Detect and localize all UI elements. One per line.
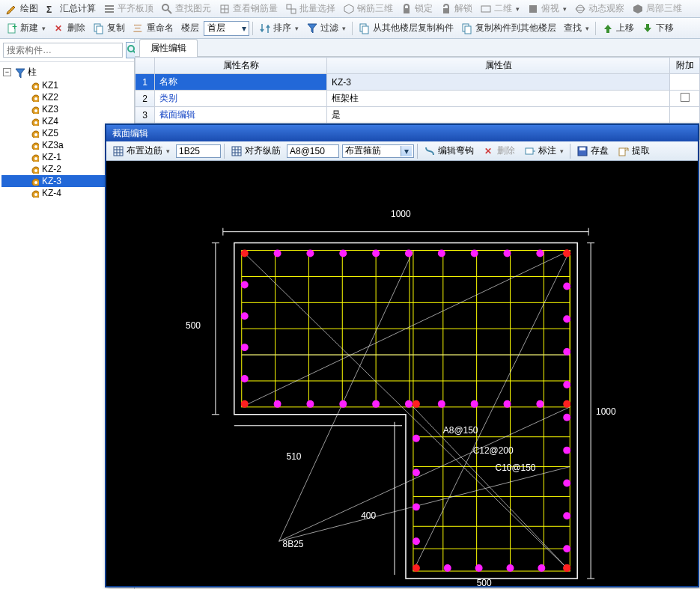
svg-point-66 [241,250,249,257]
rename-btn[interactable]: 重命名 [130,20,177,36]
toolbar-secondary: 新建▾ 删除 复制 重命名 楼层 首层 排序▾ 过滤▾ 从其他楼层复制构件 复制… [0,18,700,39]
view-rebar-btn[interactable]: 查看钢筋量 [216,1,281,16]
tree-item-label: KZ1 [42,80,58,91]
floor-select[interactable]: 首层 [204,21,249,36]
tree-item-label: KZ2 [42,92,58,103]
unlock-btn[interactable]: 解锁 [437,1,475,16]
col-name-header: 属性名称 [155,58,327,74]
prop-row[interactable]: 1名称KZ-3 [136,74,700,91]
prop-row[interactable]: 2类别框架柱 [136,91,700,107]
svg-point-109 [413,435,420,442]
extract-btn[interactable]: 提取 [615,143,653,159]
col-num-header [136,58,155,74]
gear-icon [30,105,39,114]
stirrup-input[interactable] [287,144,339,158]
attach-checkbox[interactable] [681,93,690,102]
edit-hook-btn[interactable]: 编辑弯钩 [421,143,477,159]
search-input[interactable] [3,43,123,58]
collapse-icon[interactable]: − [3,68,11,76]
svg-point-83 [274,400,281,408]
svg-point-96 [563,282,570,290]
rebar-3d-btn[interactable]: 钢筋三维 [340,1,396,16]
filter-btn[interactable]: 过滤▾ [303,20,349,36]
tab-property-edit[interactable]: 属性编辑 [139,39,198,57]
svg-text:1000: 1000 [596,406,616,417]
svg-point-108 [538,564,545,572]
col-value-header: 属性值 [327,58,670,74]
copy-to-floor-btn[interactable]: 复制构件到其他楼层 [458,20,559,36]
move-up-btn[interactable]: 上移 [599,20,637,36]
batch-select-btn[interactable]: 批量选择 [282,1,338,16]
copy-from-floor-btn[interactable]: 从其他楼层复制构件 [356,20,457,36]
gear-icon [30,141,39,150]
draw-btn[interactable]: 绘图 [3,1,41,16]
annotate-btn[interactable]: 标注▾ [521,143,567,159]
gear-icon [30,165,39,174]
svg-point-103 [563,512,570,519]
svg-point-93 [241,312,249,320]
sum-btn[interactable]: 汇总计算 [43,1,99,16]
svg-line-64 [413,407,570,571]
gear-icon [30,177,39,186]
svg-text:1000: 1000 [391,209,411,219]
svg-line-62 [279,251,413,542]
new-btn[interactable]: 新建▾ [3,20,49,36]
local-3d-btn[interactable]: 局部三维 [629,1,685,16]
tree-item-label: KZ-3 [42,176,61,186]
move-down-btn[interactable]: 下移 [639,20,677,36]
tree-item-kz3[interactable]: KZ3 [1,103,133,115]
top-view-btn[interactable]: 俯视▾ [524,1,570,16]
svg-point-98 [563,348,570,355]
tree-item-label: KZ5 [42,128,58,138]
svg-point-99 [563,381,570,388]
tree-item-kz1[interactable]: KZ1 [1,79,133,91]
save-btn[interactable]: 存盘 [573,143,612,159]
svg-point-79 [438,250,445,257]
svg-point-95 [241,375,249,382]
edge-rebar-btn[interactable]: 布置边筋▾ [109,143,173,159]
svg-point-78 [405,250,413,257]
gear-icon [30,117,39,126]
svg-point-111 [413,503,420,510]
svg-text:500: 500 [477,578,492,586]
2d-btn[interactable]: 二维▾ [477,1,523,16]
section-editor-title: 截面编辑 [106,125,698,141]
find-elem-btn[interactable]: 查找图元 [158,1,214,16]
find-btn[interactable]: 查找▾ [561,20,592,36]
section-toolbar: 布置边筋▾ 对齐纵筋 布置箍筋 编辑弯钩 删除 标注▾ 存盘 提取 [106,141,698,161]
svg-point-80 [471,250,478,257]
align-top-btn[interactable]: 平齐板顶 [100,1,156,16]
svg-point-100 [563,414,570,421]
orbit-btn[interactable]: 动态观察 [571,1,627,16]
lock-btn[interactable]: 锁定 [398,1,436,16]
tree-item-label: KZ-4 [42,188,61,198]
svg-point-106 [475,564,483,572]
svg-line-61 [279,407,570,541]
svg-point-112 [413,537,420,545]
svg-point-107 [507,564,514,572]
svg-point-76 [339,250,347,257]
svg-point-91 [536,400,544,408]
align-long-btn[interactable]: 对齐纵筋 [228,143,284,159]
section-canvas[interactable]: 1000 500 1000 510 400 500 A8@150 C12@200… [106,161,698,586]
edge-rebar-input[interactable] [176,144,221,158]
svg-point-104 [563,545,570,552]
svg-point-101 [563,447,570,454]
tree-item-kz2[interactable]: KZ2 [1,91,133,103]
tree-root-column[interactable]: − 柱 [1,65,133,79]
floor-btn[interactable]: 楼层 [178,20,202,36]
toolbar-main: 绘图汇总计算平齐板顶查找图元查看钢筋量批量选择钢筋三维锁定解锁二维▾俯视▾动态观… [0,0,700,18]
section-delete-btn[interactable]: 删除 [480,143,518,159]
tab-strip: 属性编辑 [135,39,700,57]
delete-btn[interactable]: 删除 [50,20,88,36]
copy-btn[interactable]: 复制 [90,20,128,36]
tree-item-label: KZ-1 [42,152,61,162]
svg-point-87 [405,400,413,408]
svg-point-77 [372,250,380,257]
prop-row[interactable]: 3截面编辑是 [136,107,700,123]
svg-point-88 [438,400,445,408]
sort-btn[interactable]: 排序▾ [256,20,302,36]
svg-text:8B25: 8B25 [283,539,304,549]
filter-icon [14,67,25,78]
stirrup-combo[interactable]: 布置箍筋 [342,144,414,158]
